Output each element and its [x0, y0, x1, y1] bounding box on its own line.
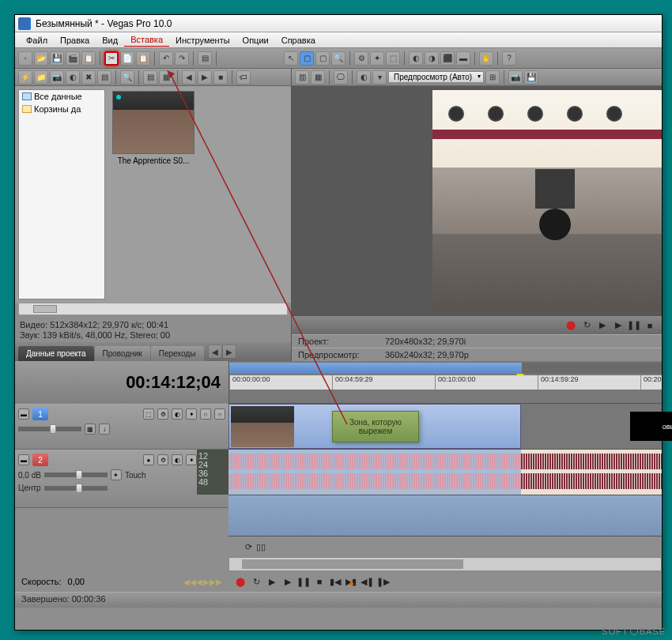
save-button[interactable]: 💾: [50, 51, 64, 66]
audio-clip[interactable]: [521, 450, 662, 495]
new-button[interactable]: ▫: [18, 51, 32, 66]
arm-record-button[interactable]: ●: [143, 454, 154, 465]
solo-button[interactable]: ○: [214, 408, 225, 420]
menu-edit[interactable]: Правка: [54, 34, 96, 47]
snap-button[interactable]: ▤: [198, 51, 212, 66]
compositing-button[interactable]: ✦: [186, 408, 197, 420]
black-clip[interactable]: овы: [630, 412, 672, 441]
pv-btn-1[interactable]: ▥: [295, 70, 309, 85]
views-button[interactable]: ▤: [143, 70, 157, 85]
minimize-track-button[interactable]: ▬: [18, 408, 29, 420]
remove-button[interactable]: ✖: [81, 70, 96, 85]
copy-button[interactable]: 📄: [120, 51, 134, 66]
scripting-button[interactable]: ⚙: [354, 51, 368, 66]
make-compositing-child-button[interactable]: ↓: [99, 424, 110, 435]
tag-button[interactable]: 🏷: [236, 70, 251, 85]
track-motion-button[interactable]: ✦: [370, 51, 384, 66]
render-button[interactable]: 🎬: [66, 51, 80, 66]
snapshot-button[interactable]: 📷: [508, 70, 523, 85]
automation-mode-icon[interactable]: ✦: [111, 469, 122, 480]
mute-button[interactable]: ○: [200, 408, 211, 420]
open-button[interactable]: 📂: [34, 51, 48, 66]
previous-frame-button[interactable]: ◀❚: [361, 576, 372, 587]
web-button[interactable]: ◐: [66, 70, 80, 85]
parent-motion-button[interactable]: ⬚: [386, 51, 400, 66]
menu-help[interactable]: Справка: [275, 34, 322, 47]
audio-track-lane[interactable]: 12 24 36 48: [228, 450, 662, 495]
loop-playback-button[interactable]: ⟳: [243, 541, 254, 552]
level-slider[interactable]: [18, 427, 81, 431]
tree-scrollbar[interactable]: [18, 303, 288, 315]
tree-all-data[interactable]: Все данные: [19, 90, 104, 103]
undo-button[interactable]: ↶: [159, 51, 173, 66]
video-clip[interactable]: Зона, которую вырежем: [228, 404, 521, 449]
overlay-button[interactable]: ⊞: [485, 70, 500, 85]
video-track-header[interactable]: ▬ 1 ⬚ ⚙ ◐ ✦ ○ ○ ▦ ↓: [15, 404, 228, 450]
tab-scroll-right[interactable]: ▶: [222, 344, 236, 359]
tool-3-button[interactable]: ⬛: [440, 51, 455, 66]
properties-button[interactable]: 📋: [81, 51, 96, 66]
track-fx-button[interactable]: ◐: [172, 408, 183, 420]
menu-view[interactable]: Вид: [96, 34, 124, 47]
toggle-button[interactable]: ▯▯: [255, 541, 266, 552]
stop-preview-button[interactable]: ■: [213, 70, 228, 85]
copy-snapshot-button[interactable]: 💾: [524, 70, 538, 85]
search-button[interactable]: 🔍: [120, 70, 134, 85]
envelope-tool-button[interactable]: ▢: [300, 51, 314, 66]
split-screen-button[interactable]: ◐: [357, 70, 371, 85]
play-from-start-button[interactable]: ▶: [266, 576, 277, 587]
play-button[interactable]: ▶: [613, 320, 624, 331]
views2-button[interactable]: ▦: [159, 70, 173, 85]
dropdown-icon[interactable]: ▾: [372, 70, 387, 85]
loop-playback-button[interactable]: ↻: [251, 576, 262, 587]
record-input-button[interactable]: ✦: [186, 454, 197, 465]
video-track-lane[interactable]: Зона, которую вырежем овы: [228, 404, 662, 450]
play-from-start-button[interactable]: ▶: [597, 320, 608, 331]
tool-2-button[interactable]: ◑: [425, 51, 439, 66]
play-button[interactable]: ▶: [198, 70, 212, 85]
timeline-ruler[interactable]: 00:00:00:00 00:04:59:29 00:10:00:00 00:1…: [228, 361, 662, 404]
props-button[interactable]: ▤: [97, 70, 111, 85]
tab-project-data[interactable]: Данные проекта: [18, 346, 94, 361]
lightning-icon[interactable]: ⚡: [18, 70, 32, 85]
menu-options[interactable]: Опции: [236, 34, 275, 47]
record-button[interactable]: ⬤: [565, 320, 576, 331]
next-frame-button[interactable]: ❚▶: [377, 576, 388, 587]
tool-4-button[interactable]: ▬: [456, 51, 470, 66]
timeline-scrollbar[interactable]: [228, 557, 662, 571]
play-button[interactable]: ▶: [282, 576, 293, 587]
menu-file[interactable]: Файл: [20, 34, 54, 47]
preview-quality-dropdown[interactable]: Предпросмотр (Авто): [388, 71, 484, 83]
tab-explorer[interactable]: Проводник: [95, 346, 150, 361]
loop-play-button[interactable]: ↻: [581, 320, 592, 331]
media-thumbnail[interactable]: The Apprentice S0...: [110, 91, 197, 165]
menu-insert[interactable]: Вставка: [124, 33, 169, 47]
help-button[interactable]: ?: [502, 51, 516, 66]
import-button[interactable]: 📁: [34, 70, 48, 85]
track-motion-icon[interactable]: ▦: [85, 424, 96, 435]
track-fx-button[interactable]: ◐: [172, 454, 183, 465]
external-monitor-button[interactable]: 🖵: [334, 70, 348, 85]
tab-transitions[interactable]: Переходы: [151, 346, 204, 361]
menu-tools[interactable]: Инструменты: [169, 34, 236, 47]
go-to-start-button[interactable]: ▮◀: [330, 576, 341, 587]
shuttle-right-icon[interactable]: ▶▶▶: [203, 578, 222, 586]
tab-scroll-left[interactable]: ◀: [208, 344, 222, 359]
audio-clip-selected[interactable]: [228, 450, 521, 495]
tool-1-button[interactable]: ◐: [409, 51, 423, 66]
cut-button[interactable]: ✂: [104, 51, 119, 66]
volume-slider[interactable]: [44, 472, 108, 477]
minimize-track-button[interactable]: ▬: [18, 454, 29, 465]
zoom-tool-button[interactable]: 🔍: [331, 51, 345, 66]
prev-button[interactable]: ◀: [182, 70, 196, 85]
paste-button[interactable]: 📋: [136, 51, 150, 66]
bypass-fx-button[interactable]: ⬚: [143, 408, 154, 420]
pause-button[interactable]: ❚❚: [298, 576, 309, 587]
tree-bins[interactable]: Корзины да: [19, 103, 104, 115]
pan-slider[interactable]: [44, 486, 108, 491]
selection-region[interactable]: [229, 363, 522, 374]
shuttle-left-icon[interactable]: ◀◀◀: [183, 578, 202, 586]
edit-tool-button[interactable]: ↖: [284, 51, 298, 66]
record-button[interactable]: ⬤: [235, 576, 246, 587]
pause-button[interactable]: ❚❚: [629, 320, 640, 331]
